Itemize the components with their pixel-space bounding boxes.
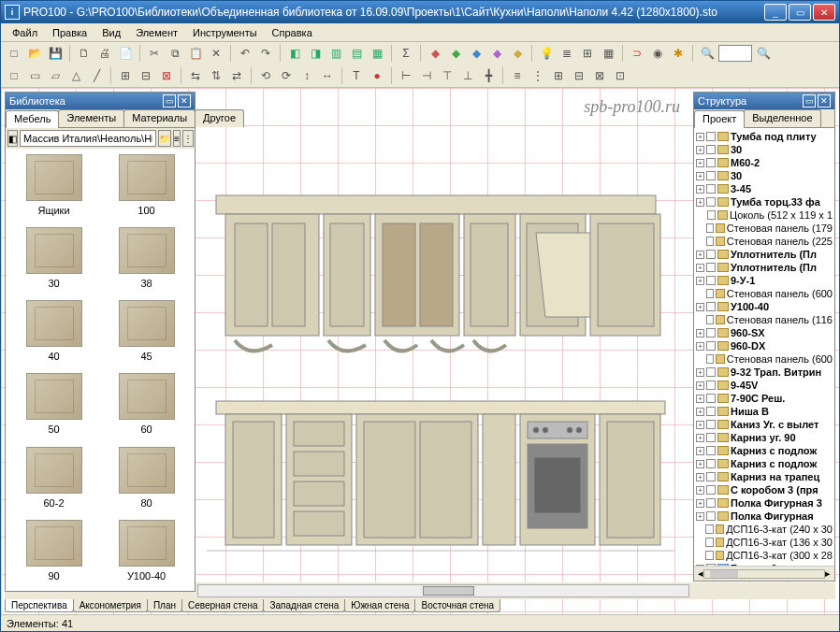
view-tab-4[interactable]: Западная стена bbox=[263, 599, 345, 612]
tree-row[interactable]: +Уплотнитель (Пл bbox=[696, 248, 833, 261]
tree-toggle-icon[interactable]: + bbox=[696, 264, 704, 272]
tree-checkbox[interactable] bbox=[706, 459, 716, 468]
structure-tab-Выделенное[interactable]: Выделенное bbox=[744, 109, 820, 127]
al4-icon[interactable]: ⊥ bbox=[458, 66, 477, 85]
tree-toggle-icon[interactable]: + bbox=[696, 499, 704, 508]
tree-toggle-icon[interactable]: + bbox=[696, 395, 704, 403]
tree-checkbox[interactable] bbox=[706, 485, 716, 495]
new-icon[interactable]: □ bbox=[5, 44, 23, 63]
dist6-icon[interactable]: ⊡ bbox=[611, 66, 630, 85]
rot2-icon[interactable]: ⟳ bbox=[277, 66, 296, 85]
tree-checkbox[interactable] bbox=[706, 328, 716, 338]
structure-tab-Проект[interactable]: Проект bbox=[694, 110, 745, 128]
library-close-icon[interactable]: ✕ bbox=[178, 94, 191, 108]
structure-tree[interactable]: +Тумба под плиту+30+М60-2+30+3-45+Тумба … bbox=[694, 128, 834, 566]
tree-row[interactable]: Стеновая панель (225 bbox=[696, 235, 833, 248]
tree-row[interactable]: +Полка Фигурная bbox=[696, 510, 833, 523]
save-icon[interactable]: 💾 bbox=[46, 44, 65, 63]
tree-row[interactable]: +Карниз с подлож bbox=[696, 444, 833, 457]
dim-icon[interactable]: ⊞ bbox=[578, 44, 597, 63]
dist4-icon[interactable]: ⊟ bbox=[570, 66, 588, 85]
view3-icon[interactable]: ▥ bbox=[326, 44, 345, 63]
dist5-icon[interactable]: ⊠ bbox=[590, 66, 609, 85]
report-icon[interactable]: 📄 bbox=[116, 44, 135, 63]
mirror-v-icon[interactable]: ⇅ bbox=[207, 66, 225, 85]
lib-iconview-icon[interactable]: ≡ bbox=[173, 130, 181, 147]
menu-Справка[interactable]: Справка bbox=[265, 25, 320, 40]
view2-icon[interactable]: ◨ bbox=[306, 44, 325, 63]
tree-row[interactable]: Стеновая панель (179 bbox=[696, 222, 833, 235]
rot3-icon[interactable]: ↕ bbox=[297, 66, 316, 85]
tree-toggle-icon[interactable]: + bbox=[696, 473, 704, 481]
tree-toggle-icon[interactable]: + bbox=[696, 434, 704, 442]
library-header[interactable]: Библиотека ▭ ✕ bbox=[6, 93, 195, 109]
redo-icon[interactable]: ↷ bbox=[256, 44, 275, 63]
dist3-icon[interactable]: ⊞ bbox=[549, 66, 568, 85]
star-icon[interactable]: ✱ bbox=[669, 44, 688, 63]
maximize-button[interactable]: ▭ bbox=[789, 4, 811, 21]
sum-icon[interactable]: Σ bbox=[397, 44, 415, 63]
al2-icon[interactable]: ⊣ bbox=[417, 66, 436, 85]
tree-row[interactable]: ДСП16-3-кат (136 x 30 bbox=[696, 536, 833, 549]
al1-icon[interactable]: ⊢ bbox=[397, 66, 415, 85]
structure-header[interactable]: Структура ▭ ✕ bbox=[694, 93, 834, 109]
tree-checkbox[interactable] bbox=[706, 381, 716, 390]
paste-icon[interactable]: 📋 bbox=[186, 44, 205, 63]
view-tab-0[interactable]: Перспектива bbox=[5, 599, 74, 612]
tree-toggle-icon[interactable]: + bbox=[696, 133, 704, 141]
delete-icon[interactable]: ✕ bbox=[207, 44, 225, 63]
tree-checkbox[interactable] bbox=[706, 367, 716, 377]
tree-row[interactable]: +960-SX bbox=[696, 326, 833, 339]
tree-checkbox[interactable] bbox=[706, 341, 716, 351]
view-tab-1[interactable]: Аксонометрия bbox=[73, 599, 148, 612]
view1-icon[interactable]: ◧ bbox=[285, 44, 304, 63]
library-item[interactable]: 50 bbox=[9, 371, 98, 440]
library-item[interactable]: 30 bbox=[9, 225, 98, 294]
tree-checkbox[interactable] bbox=[705, 524, 713, 534]
tree-checkbox[interactable] bbox=[706, 446, 716, 455]
library-item[interactable]: Ящики bbox=[9, 152, 98, 222]
tree-toggle-icon[interactable]: + bbox=[696, 460, 704, 468]
menu-Правка[interactable]: Правка bbox=[45, 25, 94, 40]
tree-row[interactable]: Стеновая панель (600 bbox=[696, 287, 833, 300]
tree-toggle-icon[interactable]: + bbox=[696, 251, 704, 259]
tree-checkbox[interactable] bbox=[706, 472, 716, 481]
tree-checkbox[interactable] bbox=[706, 511, 716, 521]
tree-row[interactable]: +9-У-1 bbox=[696, 274, 833, 287]
tree-toggle-icon[interactable]: + bbox=[696, 329, 704, 338]
tree-checkbox[interactable] bbox=[706, 420, 716, 429]
tree-checkbox[interactable] bbox=[705, 538, 713, 547]
text-icon[interactable]: T bbox=[347, 66, 366, 85]
close-button[interactable]: ✕ bbox=[813, 4, 835, 21]
tree-toggle-icon[interactable]: + bbox=[696, 368, 704, 377]
ungroup-icon[interactable]: ⊠ bbox=[157, 66, 176, 85]
tree-row[interactable]: Стеновая панель (116 bbox=[696, 313, 833, 326]
tree-row[interactable]: +Полка Фигурная 3 bbox=[696, 496, 833, 510]
round-icon[interactable]: ◉ bbox=[648, 44, 667, 63]
tree-toggle-icon[interactable]: + bbox=[696, 172, 704, 180]
library-pin-icon[interactable]: ▭ bbox=[163, 94, 176, 108]
view5-icon[interactable]: ▦ bbox=[368, 44, 386, 63]
tree-checkbox[interactable] bbox=[706, 263, 716, 272]
tree-row[interactable]: +30 bbox=[696, 143, 833, 156]
add-icon[interactable]: ▭ bbox=[25, 66, 44, 85]
tree-checkbox[interactable] bbox=[706, 184, 716, 194]
tree-row[interactable]: +7-90C Реш. bbox=[696, 392, 833, 405]
library-tab-Элементы[interactable]: Элементы bbox=[58, 109, 124, 127]
structure-close-icon[interactable]: ✕ bbox=[818, 94, 831, 108]
library-item[interactable]: 90 bbox=[9, 518, 98, 587]
tree-row[interactable]: +С коробом 3 (пря bbox=[696, 483, 833, 496]
library-icon[interactable]: ◧ bbox=[7, 130, 18, 147]
mirror-h-icon[interactable]: ⇆ bbox=[186, 66, 205, 85]
al3-icon[interactable]: ⊤ bbox=[438, 66, 456, 85]
minimize-button[interactable]: _ bbox=[764, 4, 787, 21]
print-preview-icon[interactable]: 🗋 bbox=[75, 44, 94, 63]
zoom2-icon[interactable]: 🔍 bbox=[754, 44, 773, 63]
tree-row[interactable]: +960-DX bbox=[696, 339, 833, 352]
library-item[interactable]: 80 bbox=[102, 445, 191, 514]
tree-checkbox[interactable] bbox=[706, 407, 716, 416]
menu-Элемент[interactable]: Элемент bbox=[128, 25, 185, 40]
menu-Файл[interactable]: Файл bbox=[5, 25, 45, 40]
library-path-input[interactable] bbox=[20, 130, 156, 147]
tree-toggle-icon[interactable]: + bbox=[696, 146, 704, 154]
